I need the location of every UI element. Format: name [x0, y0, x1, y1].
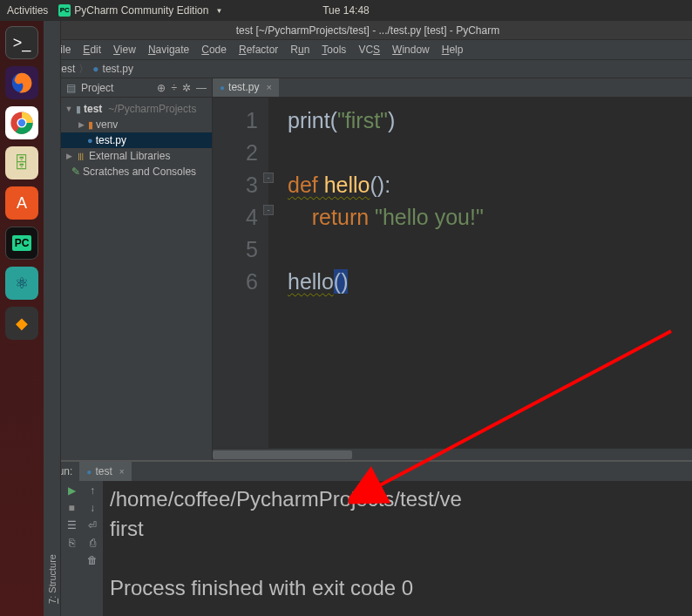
expand-icon[interactable]: ▶	[64, 152, 73, 160]
firefox-icon[interactable]	[5, 66, 38, 99]
line-gutter: 1 2 3 4 5 6	[213, 98, 268, 448]
trash-icon[interactable]: 🗑	[87, 554, 98, 566]
close-tab-icon[interactable]: ×	[119, 467, 125, 477]
editor-tabs: ● test.py ×	[213, 78, 692, 98]
breadcrumb-file[interactable]: test.py	[103, 63, 133, 75]
gear-icon[interactable]: ✲	[182, 82, 191, 94]
print-icon[interactable]: ⎙	[90, 537, 96, 549]
console-line: first	[110, 517, 144, 540]
atom-icon[interactable]: ⚛	[5, 267, 38, 300]
up-icon[interactable]: ↑	[90, 484, 95, 497]
chrome-icon[interactable]	[5, 106, 38, 139]
code-content[interactable]: print("first") def hello(): return "hell…	[268, 98, 484, 448]
menu-bar: File Edit View Navigate Code Refactor Ru…	[44, 40, 692, 59]
line-number: 5	[213, 234, 258, 266]
code-token: ():	[370, 173, 391, 197]
code-token: print	[288, 108, 330, 132]
tree-venv[interactable]: ▶ ▮ venv	[61, 117, 212, 132]
window-title: test [~/PycharmProjects/test] - .../test…	[44, 21, 692, 40]
launcher-dock: >_ 🗄 A PC ⚛ ◆	[0, 21, 44, 616]
os-top-bar: Activities PC PyCharm Community Edition …	[0, 0, 692, 21]
tree-ext-libs-label: External Libraries	[89, 150, 170, 162]
menu-vcs[interactable]: VCS	[353, 42, 385, 58]
code-token: hello	[288, 269, 334, 294]
pin-icon[interactable]: ⎘	[69, 537, 75, 549]
fold-icon[interactable]: -	[263, 173, 274, 183]
expand-icon[interactable]: ▼	[64, 105, 73, 113]
menu-code[interactable]: Code	[196, 42, 232, 58]
menu-window[interactable]: Window	[387, 42, 435, 58]
structure-tab-label: 7: Structure	[47, 554, 58, 604]
fold-icon[interactable]: -	[263, 205, 274, 215]
target-icon[interactable]: ⊕	[157, 82, 166, 94]
run-tab-label: test	[95, 465, 112, 477]
hide-icon[interactable]: —	[196, 82, 207, 94]
run-tab[interactable]: ● test ×	[79, 462, 131, 481]
line-number: 2	[213, 137, 258, 169]
menu-help[interactable]: Help	[437, 42, 469, 58]
run-panel: Run: ● test × 7: Structure ▶ ■ ☰ ⎘ ↑	[44, 460, 692, 616]
run-body: 7: Structure ▶ ■ ☰ ⎘ ↑ ↓ ⏎ ⎙ 🗑 /home/cof…	[44, 481, 692, 616]
menu-navigate[interactable]: Navigate	[143, 42, 194, 58]
tree-file-label: test.py	[96, 134, 126, 146]
menu-tools[interactable]: Tools	[316, 42, 351, 58]
python-file-icon: ●	[220, 83, 225, 92]
rerun-icon[interactable]: ▶	[68, 484, 76, 497]
pycharm-launcher-icon[interactable]: PC	[5, 227, 38, 260]
console-line: /home/coffee/PycharmProjects/test/ve	[110, 487, 462, 511]
editor-area: ● test.py × 1 2 3 4 5 6 - - print("first…	[213, 78, 692, 460]
project-panel-icon: ▤	[66, 82, 76, 94]
run-toolbar: ▶ ■ ☰ ⎘ ↑ ↓ ⏎ ⎙ 🗑	[61, 481, 103, 616]
expand-icon[interactable]: ▶	[77, 120, 85, 129]
collapse-icon[interactable]: ÷	[171, 82, 177, 94]
code-token: ()	[334, 269, 349, 294]
svg-point-3	[18, 119, 25, 126]
tree-ext-libs[interactable]: ▶ ⫼ External Libraries	[61, 148, 212, 164]
scrollbar-thumb[interactable]	[213, 450, 352, 459]
code-token: return	[312, 205, 375, 229]
console-line: Process finished with exit code 0	[110, 576, 413, 599]
code-token: "first"	[337, 108, 388, 132]
project-panel-header: ▤ Project ⊕ ÷ ✲ —	[61, 78, 212, 98]
app-menu[interactable]: PC PyCharm Community Edition ▼	[58, 4, 222, 17]
menu-view[interactable]: View	[108, 42, 141, 58]
folder-icon: ▮	[76, 104, 81, 115]
software-icon[interactable]: A	[5, 186, 38, 220]
breadcrumb-separator: 〉	[78, 62, 89, 77]
sublime-icon[interactable]: ◆	[5, 307, 38, 340]
files-icon[interactable]: 🗄	[5, 146, 38, 179]
stop-icon[interactable]: ■	[68, 502, 74, 514]
editor-tab-testpy[interactable]: ● test.py ×	[213, 78, 279, 97]
menu-edit[interactable]: Edit	[78, 42, 106, 58]
console-output[interactable]: /home/coffee/PycharmProjects/test/ve fir…	[103, 481, 692, 616]
code-token: (	[330, 108, 337, 132]
menu-refactor[interactable]: Refactor	[234, 42, 283, 58]
line-number: 6	[213, 266, 258, 298]
pycharm-icon: PC	[58, 4, 71, 17]
clock[interactable]: Tue 14:48	[322, 4, 370, 17]
editor-tab-label: test.py	[228, 81, 259, 93]
code-editor[interactable]: 1 2 3 4 5 6 - - print("first") def hello…	[213, 98, 692, 448]
pycharm-window: test [~/PycharmProjects/test] - .../test…	[44, 21, 692, 616]
app-menu-label: PyCharm Community Edition	[74, 4, 208, 17]
code-token: "hello you!"	[375, 205, 484, 229]
structure-tool-tab[interactable]: 7: Structure	[44, 481, 61, 616]
layout-icon[interactable]: ☰	[67, 519, 77, 531]
editor-h-scrollbar[interactable]	[213, 448, 692, 460]
folder-icon: ▮	[88, 119, 93, 131]
menu-run[interactable]: Run	[285, 42, 315, 58]
terminal-icon[interactable]: >_	[5, 26, 38, 59]
code-token: hello	[324, 173, 370, 197]
tree-scratches[interactable]: ✎ Scratches and Consoles	[61, 164, 212, 179]
down-icon[interactable]: ↓	[90, 502, 95, 514]
wrap-icon[interactable]: ⏎	[88, 519, 97, 531]
tree-scratches-label: Scratches and Consoles	[83, 166, 196, 178]
tree-root[interactable]: ▼ ▮ test ~/PycharmProjects	[61, 101, 212, 117]
tree-venv-label: venv	[96, 118, 118, 131]
tree-root-path: ~/PycharmProjects	[108, 103, 196, 115]
chevron-down-icon: ▼	[215, 7, 222, 15]
line-number: 3	[213, 169, 258, 201]
tree-testpy[interactable]: ● test.py	[61, 132, 212, 148]
activities-button[interactable]: Activities	[7, 4, 48, 17]
close-tab-icon[interactable]: ×	[266, 82, 271, 92]
